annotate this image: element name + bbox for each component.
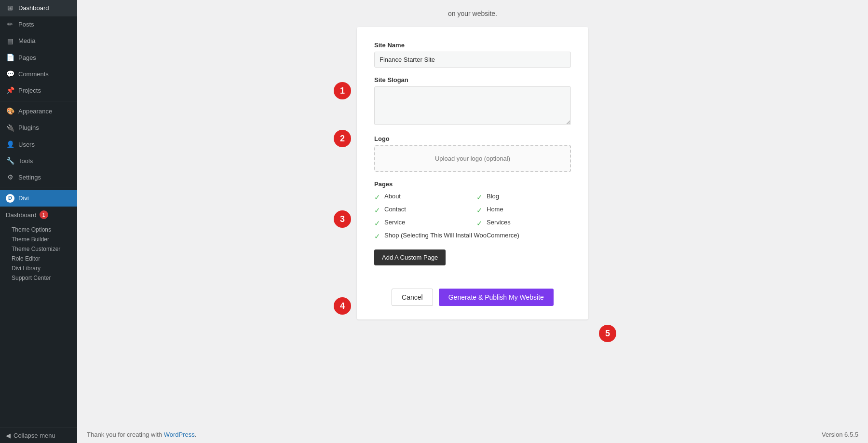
step-badge-3: 3 [334, 210, 351, 228]
sidebar-item-label: Posts [18, 20, 34, 29]
site-name-group: Site Name [374, 42, 571, 68]
page-label-service: Service [384, 219, 405, 226]
sidebar-item-tools[interactable]: 🔧 Tools [0, 153, 77, 169]
site-name-label: Site Name [374, 42, 571, 49]
comments-icon: 💬 [6, 70, 14, 79]
page-label-about: About [384, 193, 401, 200]
sidebar-item-label: Pages [18, 54, 36, 62]
check-icon-shop: ✓ [374, 232, 380, 241]
generate-publish-button[interactable]: Generate & Publish My Website [439, 289, 554, 306]
media-icon: ▤ [6, 37, 14, 45]
sidebar: ⊞ Dashboard ✏ Posts ▤ Media 📄 Pages 💬 Co… [0, 0, 77, 443]
check-icon-home: ✓ [476, 206, 483, 215]
dashboard-badge: 1 [40, 210, 48, 219]
dashboard-section: Dashboard 1 [0, 207, 77, 223]
site-slogan-group: Site Slogan [374, 76, 571, 126]
page-item-contact: ✓ Contact [374, 206, 469, 215]
sidebar-item-label: Users [18, 140, 35, 149]
step-badge-1: 1 [334, 82, 351, 99]
sidebar-item-label: Projects [18, 86, 41, 95]
tools-icon: 🔧 [6, 157, 14, 166]
card-wrapper: 1 2 3 4 5 Site Name Site Slogan Logo Upl… [357, 27, 588, 319]
appearance-icon: 🎨 [6, 107, 14, 116]
check-icon-contact: ✓ [374, 206, 380, 215]
site-slogan-input[interactable] [374, 86, 571, 125]
divider-2 [0, 188, 77, 188]
check-icon-blog: ✓ [476, 193, 483, 202]
page-label-home: Home [487, 206, 503, 213]
support-center-link[interactable]: Support Center [12, 273, 71, 283]
theme-options-link[interactable]: Theme Options [12, 225, 71, 235]
top-description: on your website. [448, 10, 497, 17]
footer: Thank you for creating with WordPress. [77, 426, 868, 443]
page-item-services: ✓ Services [476, 219, 571, 228]
add-custom-page-button[interactable]: Add A Custom Page [374, 249, 446, 265]
sidebar-item-dashboard[interactable]: ⊞ Dashboard [0, 0, 77, 16]
dashboard-sub-label: Dashboard [6, 211, 37, 219]
sidebar-item-label: Comments [18, 70, 49, 79]
pages-label: Pages [374, 180, 571, 188]
page-item-home: ✓ Home [476, 206, 571, 215]
projects-icon: 📌 [6, 86, 14, 95]
check-icon-about: ✓ [374, 193, 380, 202]
sidebar-item-users[interactable]: 👤 Users [0, 137, 77, 153]
plugins-icon: 🔌 [6, 124, 14, 132]
collapse-icon: ◀ [6, 432, 11, 439]
theme-customizer-link[interactable]: Theme Customizer [12, 244, 71, 254]
posts-icon: ✏ [6, 20, 14, 29]
logo-group: Logo Upload your logo (optional) [374, 135, 571, 172]
site-slogan-label: Site Slogan [374, 76, 571, 83]
sidebar-item-settings[interactable]: ⚙ Settings [0, 169, 77, 186]
settings-icon: ⚙ [6, 173, 14, 182]
cancel-button[interactable]: Cancel [392, 289, 433, 306]
add-custom-page-label: Add A Custom Page [382, 254, 438, 261]
form-card: Site Name Site Slogan Logo Upload your l… [357, 27, 588, 319]
collapse-label: Collapse menu [14, 432, 55, 439]
page-item-shop: ✓ Shop (Selecting This Will Install WooC… [374, 232, 571, 241]
check-icon-service: ✓ [374, 219, 380, 228]
role-editor-link[interactable]: Role Editor [12, 254, 71, 263]
logo-upload-text: Upload your logo (optional) [435, 155, 510, 162]
sidebar-item-divi[interactable]: D Divi [0, 190, 77, 207]
theme-builder-link[interactable]: Theme Builder [12, 235, 71, 244]
step-badge-2: 2 [334, 130, 351, 147]
footer-text: Thank you for creating with [87, 431, 162, 438]
step-badge-5: 5 [599, 325, 616, 342]
step-badge-4: 4 [334, 297, 351, 315]
page-label-blog: Blog [487, 193, 499, 200]
collapse-menu-button[interactable]: ◀ Collapse menu [0, 428, 77, 443]
users-icon: 👤 [6, 140, 14, 149]
sidebar-item-appearance[interactable]: 🎨 Appearance [0, 103, 77, 120]
version-label: Version 6.5.5 [822, 431, 858, 438]
page-label-shop: Shop (Selecting This Will Install WooCom… [384, 232, 519, 239]
sidebar-item-label: Plugins [18, 124, 39, 132]
wordpress-link[interactable]: WordPress [164, 431, 195, 438]
sidebar-item-posts[interactable]: ✏ Posts [0, 16, 77, 33]
check-icon-services: ✓ [476, 219, 483, 228]
pages-grid: ✓ About ✓ Blog ✓ Contact ✓ Home [374, 193, 571, 241]
generate-label: Generate & Publish My Website [448, 293, 544, 301]
page-item-blog: ✓ Blog [476, 193, 571, 202]
sidebar-item-projects[interactable]: 📌 Projects [0, 83, 77, 99]
main-content: on your website. 1 2 3 4 5 Site Name Sit… [77, 0, 868, 443]
sidebar-item-media[interactable]: ▤ Media [0, 33, 77, 49]
logo-label: Logo [374, 135, 571, 142]
logo-upload-button[interactable]: Upload your logo (optional) [374, 145, 571, 172]
divi-library-link[interactable]: Divi Library [12, 263, 71, 273]
sidebar-item-pages[interactable]: 📄 Pages [0, 50, 77, 66]
sidebar-item-label: Dashboard [18, 4, 49, 13]
dashboard-icon: ⊞ [6, 4, 14, 13]
pages-section: Pages ✓ About ✓ Blog ✓ Contact [374, 180, 571, 241]
sidebar-item-label: Media [18, 37, 35, 45]
pages-icon: 📄 [6, 54, 14, 62]
page-item-about: ✓ About [374, 193, 469, 202]
site-name-input[interactable] [374, 52, 571, 68]
sidebar-item-label: Appearance [18, 107, 52, 116]
divi-sub-menu: Theme Options Theme Builder Theme Custom… [0, 223, 77, 284]
add-custom-page-wrapper: Add A Custom Page [374, 249, 571, 277]
sidebar-item-plugins[interactable]: 🔌 Plugins [0, 120, 77, 136]
divi-label: Divi [18, 194, 29, 203]
page-label-services: Services [487, 219, 511, 226]
action-row: Cancel Generate & Publish My Website [374, 289, 571, 306]
sidebar-item-comments[interactable]: 💬 Comments [0, 66, 77, 83]
